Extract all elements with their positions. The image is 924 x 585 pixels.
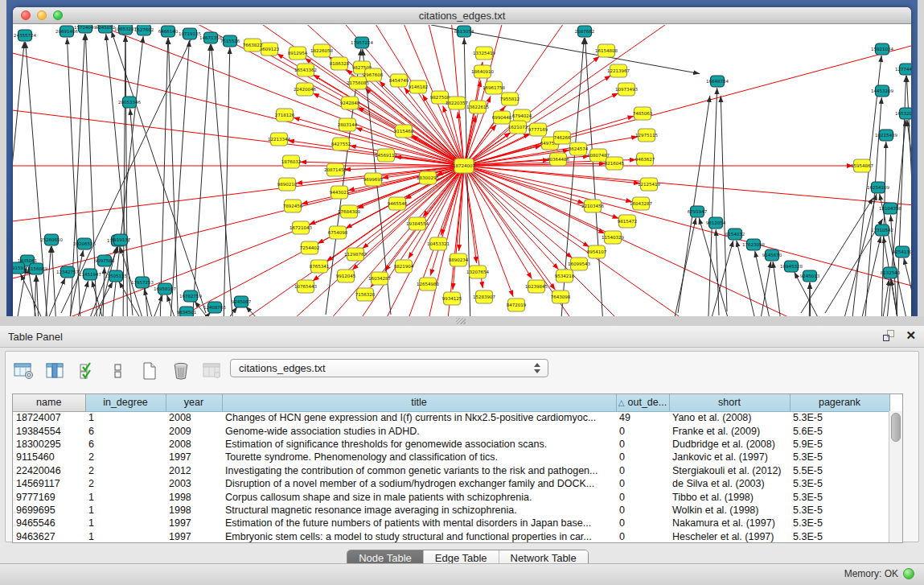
- column-header-out_de[interactable]: △out_de...: [616, 394, 669, 411]
- panel-divider[interactable]: [0, 316, 924, 326]
- table-cell[interactable]: 0: [616, 530, 669, 543]
- graph-node[interactable]: 16721043: [290, 221, 312, 234]
- table-cell[interactable]: 2009: [166, 424, 222, 437]
- graph-node[interactable]: 9890210: [277, 178, 298, 191]
- table-cell[interactable]: de Silva et al. (2003): [669, 477, 790, 490]
- graph-node[interactable]: 6466140: [158, 26, 179, 37]
- graph-node[interactable]: 17310542: [871, 225, 893, 236]
- graph-node[interactable]: 9146182: [409, 80, 429, 93]
- table-row[interactable]: 1938455462009Genome-wide association stu…: [13, 424, 889, 437]
- table-cell[interactable]: 2012: [166, 464, 222, 477]
- table-cell[interactable]: 0: [616, 517, 669, 529]
- graph-node[interactable]: 16034287: [368, 272, 391, 285]
- table-cell[interactable]: Structural magnetic resonance image aver…: [222, 504, 616, 517]
- table-cell[interactable]: Genome-wide association studies in ADHD.: [222, 424, 616, 437]
- graph-node[interactable]: 2718126: [275, 109, 295, 122]
- graph-node[interactable]: 13325419: [473, 47, 495, 60]
- graph-node[interactable]: 18724007: [453, 159, 475, 173]
- table-cell[interactable]: 9777169: [13, 490, 85, 503]
- graph-node[interactable]: 746266: [554, 131, 571, 144]
- table-cell[interactable]: Nakamura et al. (1997): [669, 517, 790, 529]
- graph-node[interactable]: 8454749: [389, 74, 409, 87]
- table-cell[interactable]: 2: [85, 464, 166, 477]
- graph-node[interactable]: 18226058: [310, 44, 333, 57]
- table-cell[interactable]: Embryonic stem cells: a model to study s…: [222, 530, 616, 543]
- table-cell[interactable]: 14569117: [13, 477, 85, 490]
- column-header-name[interactable]: name: [13, 394, 85, 411]
- close-button[interactable]: [21, 10, 31, 20]
- graph-node[interactable]: 12774401: [895, 64, 911, 75]
- graph-node[interactable]: 9609123: [260, 43, 280, 56]
- graph-node[interactable]: 9912045: [336, 270, 356, 282]
- graph-node[interactable]: 16532098: [895, 108, 911, 119]
- graph-node[interactable]: 6791947: [688, 206, 708, 217]
- table-cell[interactable]: 1997: [166, 517, 222, 529]
- graph-node[interactable]: 8216045: [605, 157, 625, 170]
- table-cell[interactable]: Disruption of a novel member of a sodium…: [222, 477, 616, 490]
- graph-node[interactable]: 8919137: [111, 234, 131, 245]
- graph-node[interactable]: 9242848: [340, 97, 360, 109]
- graph-node[interactable]: 12408765: [203, 302, 226, 313]
- table-cell[interactable]: 2008: [166, 411, 222, 424]
- graph-node[interactable]: 9097588: [95, 255, 115, 266]
- table-cell[interactable]: 9699695: [13, 504, 85, 517]
- graph-node[interactable]: 25260650: [40, 234, 63, 245]
- column-header-title[interactable]: title: [222, 394, 616, 411]
- graph-node[interactable]: 16154808: [595, 44, 618, 57]
- graph-node[interactable]: 24355724: [14, 30, 36, 41]
- graph-node[interactable]: 8912954: [288, 47, 308, 60]
- table-row[interactable]: 946554611997Estimation of the future num…: [13, 517, 889, 529]
- panel-resize-grip[interactable]: [456, 318, 466, 324]
- table-cell[interactable]: 5.9E-5: [790, 438, 889, 451]
- graph-node[interactable]: 16043287: [630, 197, 652, 210]
- table-cell[interactable]: 9115460: [13, 451, 85, 463]
- scrollbar-thumb[interactable]: [891, 413, 901, 442]
- table-cell[interactable]: 22420046: [13, 464, 85, 477]
- window-titlebar[interactable]: citations_edges.txt: [13, 7, 911, 24]
- table-cell[interactable]: 2003: [166, 477, 222, 490]
- graph-node[interactable]: 12654980: [417, 278, 439, 290]
- column-header-year[interactable]: year: [166, 394, 222, 411]
- table-cell[interactable]: 6: [85, 424, 166, 437]
- table-row[interactable]: 911546021997Tourette syndrome. Phenomeno…: [13, 451, 889, 463]
- network-canvas[interactable]: 9609123891295418226058818632898275092967…: [13, 25, 911, 316]
- graph-node[interactable]: 16254109: [867, 182, 889, 193]
- table-cell[interactable]: Franke et al. (2009): [669, 424, 790, 437]
- vertical-scrollbar[interactable]: [889, 411, 902, 542]
- graph-node[interactable]: 10239845: [525, 280, 548, 293]
- graph-node[interactable]: 16543362: [294, 64, 317, 76]
- table-cell[interactable]: Stergiakouli et al. (2012): [669, 464, 790, 477]
- graph-node[interactable]: 9777169: [528, 123, 548, 136]
- graph-node[interactable]: 9254130: [893, 246, 911, 257]
- table-cell[interactable]: 49: [616, 411, 669, 424]
- select-columns-icon[interactable]: [75, 359, 99, 383]
- graph-node[interactable]: 18220357: [446, 97, 468, 109]
- graph-node[interactable]: 14671358: [199, 32, 222, 43]
- graph-node[interactable]: 18300295: [417, 171, 439, 184]
- table-cell[interactable]: 0: [616, 477, 669, 490]
- graph-node[interactable]: 15954867: [851, 159, 873, 172]
- graph-node[interactable]: 7663822: [243, 39, 263, 51]
- graph-node[interactable]: 15921034: [871, 43, 893, 55]
- table-cell[interactable]: Yano et al. (2008): [669, 411, 790, 424]
- table-cell[interactable]: 1: [85, 530, 166, 543]
- table-mode-icon[interactable]: [12, 359, 36, 383]
- table-cell[interactable]: Tibbo et al. (1998): [669, 490, 790, 503]
- table-cell[interactable]: 1998: [166, 490, 222, 503]
- table-row[interactable]: 1872400712008Changes of HCN gene express…: [13, 411, 889, 424]
- table-cell[interactable]: 2008: [166, 438, 222, 451]
- table-cell[interactable]: Hescheler et al. (1997): [669, 530, 790, 543]
- close-icon[interactable]: ✕: [906, 330, 916, 341]
- table-cell[interactable]: Wolkin et al. (1998): [669, 504, 790, 517]
- node-table[interactable]: namein_degreeyeartitle△out_de...shortpag…: [13, 394, 890, 543]
- table-cell[interactable]: 18300295: [13, 438, 85, 451]
- table-row[interactable]: 969969511998Structural magnetic resonanc…: [13, 504, 889, 517]
- table-selector-dropdown[interactable]: citations_edges.txt: [230, 359, 548, 377]
- graph-node[interactable]: 6754098: [328, 226, 348, 239]
- graph-node[interactable]: 7254402: [300, 241, 320, 254]
- table-row[interactable]: 1830029562008Estimation of significance …: [13, 438, 889, 451]
- graph-node[interactable]: 9612054: [706, 217, 726, 229]
- table-cell[interactable]: Estimation of the future numbers of pati…: [222, 517, 616, 529]
- graph-node[interactable]: 15283907: [473, 290, 495, 303]
- table-cell[interactable]: 1: [85, 490, 166, 503]
